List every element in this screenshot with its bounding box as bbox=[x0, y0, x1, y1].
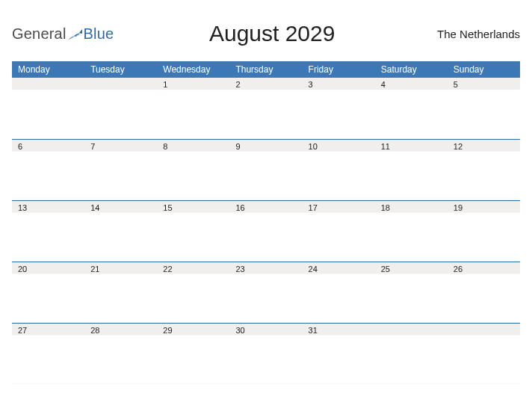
calendar-day-cell bbox=[448, 323, 520, 384]
calendar-day-cell bbox=[84, 78, 157, 139]
calendar-day-cell: 17 bbox=[303, 200, 375, 262]
weekday-header: Sunday bbox=[448, 61, 520, 78]
calendar-day-cell: 2 bbox=[229, 78, 302, 139]
calendar-day-cell: 21 bbox=[84, 262, 157, 323]
weekday-header: Saturday bbox=[375, 61, 448, 78]
calendar-day-cell: 9 bbox=[229, 139, 302, 200]
calendar-day-cell bbox=[375, 323, 448, 384]
calendar-day-cell: 20 bbox=[12, 262, 84, 323]
calendar-day-cell: 31 bbox=[303, 323, 375, 384]
calendar-day-cell: 16 bbox=[229, 200, 302, 262]
calendar-day-cell: 4 bbox=[375, 78, 448, 139]
calendar-day-cell: 5 bbox=[448, 78, 520, 139]
calendar-week-row: 27 28 29 30 31 bbox=[12, 323, 520, 384]
weekday-header: Tuesday bbox=[84, 61, 157, 78]
calendar-day-cell: 6 bbox=[12, 139, 84, 200]
weekday-header: Wednesday bbox=[157, 61, 229, 78]
calendar-day-cell: 28 bbox=[84, 323, 157, 384]
region-label: The Netherlands bbox=[430, 28, 520, 40]
calendar-title: August 2029 bbox=[114, 21, 430, 46]
calendar-day-cell bbox=[12, 78, 84, 139]
calendar-day-cell: 25 bbox=[375, 262, 448, 323]
calendar-day-cell: 30 bbox=[229, 323, 302, 384]
calendar-day-cell: 3 bbox=[303, 78, 375, 139]
calendar-day-cell: 19 bbox=[448, 200, 520, 262]
weekday-header-row: Monday Tuesday Wednesday Thursday Friday… bbox=[12, 61, 520, 78]
calendar-day-cell: 23 bbox=[229, 262, 302, 323]
calendar-day-cell: 8 bbox=[157, 139, 229, 200]
calendar-day-cell: 7 bbox=[84, 139, 157, 200]
brand-part1: General bbox=[12, 25, 66, 43]
calendar-day-cell: 18 bbox=[375, 200, 448, 262]
calendar-day-cell: 22 bbox=[157, 262, 229, 323]
calendar-day-cell: 13 bbox=[12, 200, 84, 262]
calendar-day-cell: 29 bbox=[157, 323, 229, 384]
calendar-day-cell: 24 bbox=[303, 262, 375, 323]
calendar-week-row: 1 2 3 4 5 bbox=[12, 78, 520, 139]
weekday-header: Friday bbox=[303, 61, 375, 78]
weekday-header: Thursday bbox=[229, 61, 302, 78]
calendar-day-cell: 15 bbox=[157, 200, 229, 262]
calendar-week-row: 20 21 22 23 24 25 26 bbox=[12, 262, 520, 323]
calendar-body: 1 2 3 4 5 6 7 8 9 10 11 12 13 14 15 16 1… bbox=[12, 78, 520, 384]
calendar-day-cell: 10 bbox=[303, 139, 375, 200]
calendar-day-cell: 14 bbox=[84, 200, 157, 262]
calendar-week-row: 13 14 15 16 17 18 19 bbox=[12, 200, 520, 262]
header: General Blue August 2029 The Netherlands bbox=[12, 13, 520, 54]
calendar-day-cell: 1 bbox=[157, 78, 229, 139]
calendar-day-cell: 27 bbox=[12, 323, 84, 384]
calendar-week-row: 6 7 8 9 10 11 12 bbox=[12, 139, 520, 200]
brand-logo: General Blue bbox=[12, 25, 114, 43]
weekday-header: Monday bbox=[12, 61, 84, 78]
flag-icon bbox=[69, 29, 82, 40]
calendar-grid: Monday Tuesday Wednesday Thursday Friday… bbox=[12, 61, 520, 384]
brand-part2: Blue bbox=[84, 25, 114, 43]
calendar-day-cell: 26 bbox=[448, 262, 520, 323]
calendar-day-cell: 12 bbox=[448, 139, 520, 200]
calendar-day-cell: 11 bbox=[375, 139, 448, 200]
